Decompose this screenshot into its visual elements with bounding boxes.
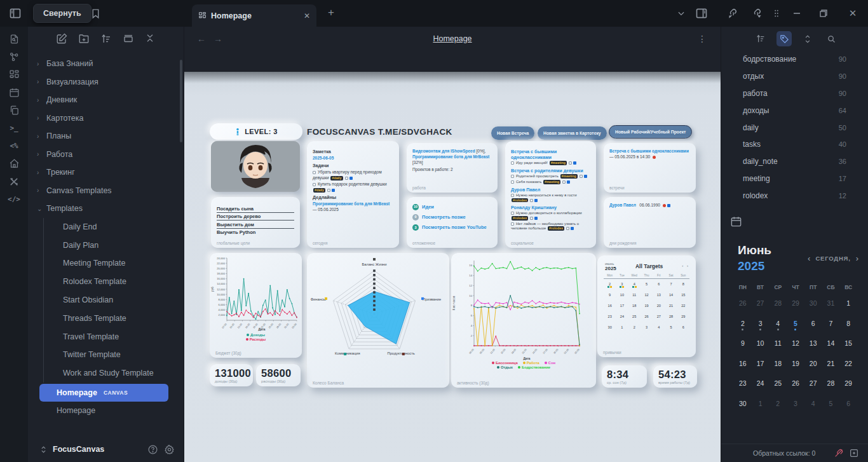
- calendar-day-15[interactable]: 15: [839, 337, 857, 357]
- task-item[interactable]: Родителей просмотреть #meeting: [511, 174, 590, 179]
- folder-item-Визуализация[interactable]: ›Визуализация: [32, 73, 184, 92]
- file-item-Rolodex Template[interactable]: Rolodex Template: [44, 273, 184, 291]
- habits-day[interactable]: 26: [641, 311, 653, 322]
- folder-item-Templates[interactable]: ⌄Templates: [32, 200, 184, 218]
- folder-item-Canvas Templates[interactable]: ›Canvas Templates: [32, 182, 184, 200]
- habits-day[interactable]: 3: [641, 322, 653, 333]
- calendar-day-27[interactable]: 27: [804, 377, 822, 397]
- tag-row-работа[interactable]: работа90: [721, 85, 868, 102]
- copy-note-icon[interactable]: [6, 104, 22, 116]
- checkbox-icon[interactable]: [511, 175, 514, 178]
- expand-collapse-icon[interactable]: [800, 31, 815, 46]
- goals-card[interactable]: Посадить сынаПостроить деревоВырастить д…: [211, 197, 300, 248]
- habits-day[interactable]: 2: [628, 322, 641, 333]
- calendar-day-1[interactable]: 1: [839, 297, 857, 317]
- grip-dots-icon[interactable]: [769, 6, 784, 21]
- habits-day[interactable]: 12: [641, 290, 653, 301]
- home-icon[interactable]: [6, 158, 22, 170]
- terminal-icon[interactable]: >_: [6, 122, 22, 134]
- habits-day[interactable]: 11: [628, 290, 641, 301]
- file-item-Meeting Template[interactable]: Meeting Template: [44, 254, 184, 273]
- deferred-item[interactable]: 10Идеи: [412, 204, 492, 210]
- settings-gear-icon[interactable]: [163, 444, 175, 455]
- habits-card[interactable]: июнь2025 All Targets ‹ › MonTueWedThuFri…: [597, 255, 696, 357]
- project-link[interactable]: Видеомонтаж для IShowSpeed: [412, 149, 475, 153]
- calendar-day-7[interactable]: 7: [822, 317, 840, 337]
- change-layout-icon[interactable]: [123, 33, 134, 44]
- task-item[interactable]: Купить подарок родителям девушки #daily: [313, 182, 393, 193]
- calendar-day-4[interactable]: 4: [804, 397, 822, 418]
- tag-chip[interactable]: #meeting: [550, 161, 567, 165]
- folder-item-Трекинг[interactable]: ›Трекинг: [32, 163, 184, 182]
- search-file-icon[interactable]: [6, 33, 22, 45]
- file-item-homepage[interactable]: Homepage: [32, 402, 184, 420]
- calendar-day-24[interactable]: 24: [752, 377, 770, 397]
- search-icon[interactable]: [824, 31, 839, 46]
- checkbox-icon[interactable]: [313, 171, 316, 174]
- calendar-day-3[interactable]: 3: [752, 317, 770, 337]
- habits-day[interactable]: 4: [653, 322, 665, 333]
- restore-window-icon[interactable]: [816, 6, 831, 21]
- calendar-day-6[interactable]: 6: [804, 317, 822, 337]
- tag-row-meeting[interactable]: meeting17: [721, 170, 868, 187]
- birthday-person-link[interactable]: Дуров Павел: [609, 203, 636, 207]
- calendar-day-21[interactable]: 21: [822, 357, 840, 377]
- calendar-day-20[interactable]: 20: [804, 357, 822, 377]
- project-link[interactable]: Программирование бота для MrBeast: [412, 154, 489, 159]
- new-folder-icon[interactable]: [78, 33, 90, 44]
- canvas-new-icon[interactable]: [6, 69, 22, 81]
- calendar-day-26[interactable]: 26: [787, 377, 804, 397]
- calendar-day-13[interactable]: 13: [804, 337, 822, 357]
- tag-chip[interactable]: #meeting: [543, 180, 560, 184]
- calendar-day-2[interactable]: 2: [769, 397, 787, 418]
- habits-day[interactable]: 2: [604, 279, 616, 290]
- calendar-day-14[interactable]: 14: [822, 337, 840, 357]
- calendar-day-31[interactable]: 31: [822, 297, 840, 317]
- habits-day[interactable]: 24: [616, 311, 628, 322]
- calendar-day-30[interactable]: 30: [804, 297, 822, 317]
- checkbox-icon[interactable]: [511, 161, 514, 165]
- deferred-link[interactable]: Посмотреть позже: [422, 214, 466, 221]
- tag-chip[interactable]: #rolodex: [512, 216, 528, 221]
- file-item-homepage-canvas-selected[interactable]: HomepageCANVAS: [39, 384, 168, 402]
- calendar-day-4[interactable]: 4: [769, 317, 787, 337]
- code-icon[interactable]: </>: [6, 193, 22, 205]
- canvas-area[interactable]: LEVEL: 3 FOCUSCANVAS T.ME/SDVGHACK Новая…: [184, 72, 721, 462]
- new-rolodex-note-button[interactable]: Новая заметка в Картотеку: [538, 126, 607, 140]
- worktime-stat-card[interactable]: 54:23 время работы (7д): [653, 365, 697, 388]
- calendar-today-label[interactable]: СЕГОДНЯ,: [815, 255, 850, 262]
- tag-row-бодрствование[interactable]: бодрствование90: [721, 51, 868, 68]
- tab-homepage[interactable]: Homepage ✕: [192, 4, 316, 27]
- calendar-day-28[interactable]: 28: [822, 377, 840, 397]
- balance-wheel-card[interactable]: Баланс ЖизниПризваниеПродуктивностьКомму…: [307, 253, 449, 388]
- tag-row-daily_note[interactable]: daily_note36: [721, 153, 868, 170]
- habits-day[interactable]: 22: [677, 301, 689, 311]
- file-item-Daily Plan[interactable]: Daily Plan: [44, 236, 184, 254]
- habits-day[interactable]: 18: [628, 301, 641, 311]
- collapse-tooltip[interactable]: Свернуть: [33, 4, 92, 23]
- deferred-card[interactable]: 10Идеи0Посмотреть позже3Посмотреть позже…: [407, 197, 498, 248]
- deferred-link[interactable]: Идеи: [422, 204, 434, 210]
- forward-arrow-icon[interactable]: →: [210, 34, 226, 44]
- minimize-icon[interactable]: [789, 6, 804, 21]
- habits-day[interactable]: 16: [604, 301, 616, 311]
- tools-icon[interactable]: [6, 175, 22, 187]
- habits-day[interactable]: 29: [677, 311, 689, 322]
- deferred-item[interactable]: 0Посмотреть позже: [412, 214, 492, 221]
- tag-chip[interactable]: #rolodex: [512, 198, 528, 203]
- calendar-day-17[interactable]: 17: [752, 357, 770, 377]
- calendar-day-22[interactable]: 22: [839, 357, 857, 377]
- back-arrow-icon[interactable]: ←: [193, 34, 210, 44]
- tag-chip[interactable]: #daily: [313, 188, 325, 193]
- habits-day[interactable]: 3: [616, 279, 628, 290]
- meeting-link[interactable]: Встреча с бывшими одноклассниками: [609, 149, 689, 153]
- file-item-Twitter Template[interactable]: Twitter Template: [44, 346, 184, 364]
- folder-item-Дневник[interactable]: ›Дневник: [32, 91, 184, 109]
- folder-item-Картотека[interactable]: ›Картотека: [32, 109, 184, 128]
- calendar-day-27[interactable]: 27: [752, 297, 770, 317]
- unlinked-mentions-icon[interactable]: [834, 448, 844, 458]
- file-item-Work and Study Template[interactable]: Work and Study Template: [44, 364, 184, 383]
- explorer-scrollbar[interactable]: [180, 60, 182, 142]
- calendar-day-3[interactable]: 3: [787, 397, 804, 418]
- calendar-day-18[interactable]: 18: [769, 357, 787, 377]
